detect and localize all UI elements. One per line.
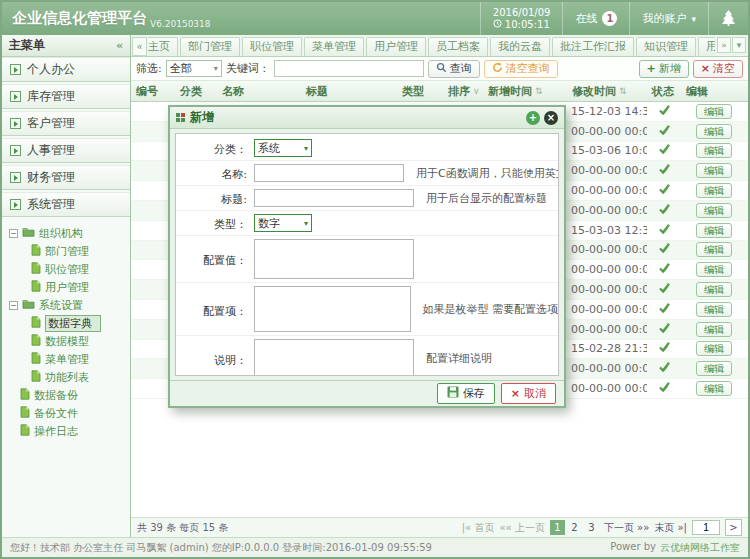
edit-button[interactable]: 编辑	[696, 282, 732, 297]
column-header-类型[interactable]: 类型	[397, 84, 443, 99]
tab-职位管理[interactable]: 职位管理	[242, 37, 302, 56]
tab-菜单管理[interactable]: 菜单管理	[304, 37, 364, 56]
studio-link[interactable]: 云优纳网络工作室	[660, 541, 740, 555]
sidebar-section-库存管理[interactable]: 库存管理	[2, 84, 130, 109]
status-check-icon[interactable]	[658, 302, 671, 317]
status-check-icon[interactable]	[658, 163, 671, 178]
status-check-icon[interactable]	[658, 124, 671, 139]
tree-item-部门管理[interactable]: 部门管理	[9, 242, 130, 260]
sidebar-section-客户管理[interactable]: 客户管理	[2, 111, 130, 136]
edit-button[interactable]: 编辑	[696, 341, 732, 356]
edit-button[interactable]: 编辑	[696, 124, 732, 139]
edit-button[interactable]: 编辑	[696, 381, 732, 396]
prev-page-button[interactable]: «« 上一页	[499, 521, 544, 535]
options-textarea[interactable]	[254, 286, 411, 332]
tab-我的云盘[interactable]: 我的云盘	[490, 37, 550, 56]
last-page-button[interactable]: 末页 »|	[654, 521, 687, 535]
tree-folder-系统设置[interactable]: −系统设置	[9, 296, 130, 314]
name-input[interactable]	[254, 164, 404, 182]
sidebar-section-财务管理[interactable]: 财务管理	[2, 165, 130, 190]
edit-button[interactable]: 编辑	[696, 183, 732, 198]
tree-item-备份文件[interactable]: 备份文件	[9, 404, 130, 422]
column-header-排序[interactable]: 排序∨	[443, 84, 483, 99]
column-header-状态[interactable]: 状态	[647, 84, 681, 99]
tab-menu-icon[interactable]: ▾	[732, 37, 746, 53]
edit-button[interactable]: 编辑	[696, 203, 732, 218]
tree-item-用户管理[interactable]: 用户管理	[9, 278, 130, 296]
page-button-2[interactable]: 2	[567, 520, 582, 535]
column-header-名称[interactable]: 名称	[217, 84, 301, 99]
add-button[interactable]: + 新增	[639, 60, 689, 78]
tree-item-数据模型[interactable]: 数据模型	[9, 332, 130, 350]
edit-button[interactable]: 编辑	[696, 302, 732, 317]
account-menu[interactable]: 我的账户 ▾	[629, 2, 708, 35]
tree-collapse-icon[interactable]: −	[9, 301, 18, 310]
status-check-icon[interactable]	[658, 322, 671, 337]
online-indicator[interactable]: 在线 1	[562, 2, 629, 35]
tab-知识管理[interactable]: 知识管理	[636, 37, 696, 56]
tree-item-操作日志[interactable]: 操作日志	[9, 422, 130, 440]
page-button-1[interactable]: 1	[550, 520, 565, 535]
dialog-close-icon[interactable]: ×	[544, 111, 558, 125]
search-button[interactable]: 查询	[428, 60, 480, 78]
status-check-icon[interactable]	[658, 262, 671, 277]
tree-item-菜单管理[interactable]: 菜单管理	[9, 350, 130, 368]
tree-item-数据备份[interactable]: 数据备份	[9, 386, 130, 404]
status-check-icon[interactable]	[658, 203, 671, 218]
column-header-编辑[interactable]: 编辑	[681, 84, 747, 99]
dialog-titlebar[interactable]: 新增 + ×	[170, 107, 564, 129]
tree-collapse-icon[interactable]: −	[9, 229, 18, 238]
tab-批注工作汇报[interactable]: 批注工作汇报	[552, 37, 634, 56]
column-header-标题[interactable]: 标题	[301, 84, 397, 99]
desc-textarea[interactable]	[254, 339, 414, 376]
status-check-icon[interactable]	[658, 381, 671, 396]
tab-scroll-right-icon[interactable]: »	[717, 37, 731, 53]
first-page-button[interactable]: |« 首页	[462, 521, 495, 535]
clear-button[interactable]: × 清空	[693, 60, 743, 78]
dialog-maximize-icon[interactable]: +	[526, 111, 540, 125]
tree-folder-组织机构[interactable]: −组织机构	[9, 224, 130, 242]
category-select[interactable]: 系统 ▾	[254, 139, 312, 157]
edit-button[interactable]: 编辑	[696, 143, 732, 158]
edit-button[interactable]: 编辑	[696, 223, 732, 238]
tab-我的主页[interactable]: 我的主页	[148, 37, 178, 56]
goto-page-input[interactable]	[692, 520, 720, 535]
type-select[interactable]: 数字 ▾	[254, 214, 312, 232]
column-header-分类[interactable]: 分类	[175, 84, 217, 99]
tree-item-功能列表[interactable]: 功能列表	[9, 368, 130, 386]
status-check-icon[interactable]	[658, 143, 671, 158]
edit-button[interactable]: 编辑	[696, 262, 732, 277]
tab-用户管理[interactable]: 用户管理	[698, 37, 715, 56]
status-check-icon[interactable]	[658, 242, 671, 257]
status-check-icon[interactable]	[658, 104, 671, 119]
status-check-icon[interactable]	[658, 183, 671, 198]
edit-button[interactable]: 编辑	[696, 163, 732, 178]
sidebar-collapse-icon[interactable]: «	[116, 39, 123, 52]
clear-search-button[interactable]: 清空查询	[484, 60, 558, 78]
page-button-3[interactable]: 3	[584, 520, 599, 535]
sort-icon[interactable]: ⇅	[535, 86, 543, 96]
status-check-icon[interactable]	[658, 361, 671, 376]
next-page-button[interactable]: 下一页 »»	[604, 521, 649, 535]
sort-icon[interactable]: ⇅	[619, 86, 627, 96]
save-button[interactable]: 保存	[437, 383, 495, 404]
tab-scroll-left-icon[interactable]: «	[132, 37, 147, 56]
filter-select[interactable]: 全部 ▾	[166, 60, 222, 77]
cancel-button[interactable]: × 取消	[501, 383, 556, 404]
status-check-icon[interactable]	[658, 282, 671, 297]
status-check-icon[interactable]	[658, 341, 671, 356]
sidebar-section-人事管理[interactable]: 人事管理	[2, 138, 130, 163]
tree-item-数据字典[interactable]: 数据字典	[9, 314, 130, 332]
goto-page-button[interactable]: >	[725, 519, 742, 536]
edit-button[interactable]: 编辑	[696, 322, 732, 337]
edit-button[interactable]: 编辑	[696, 104, 732, 119]
edit-button[interactable]: 编辑	[696, 361, 732, 376]
title-input[interactable]	[254, 189, 414, 207]
status-check-icon[interactable]	[658, 223, 671, 238]
theme-button[interactable]	[708, 2, 748, 35]
column-header-修改时间[interactable]: 修改时间⇅	[567, 84, 647, 99]
sidebar-section-个人办公[interactable]: 个人办公	[2, 57, 130, 82]
column-header-新增时间[interactable]: 新增时间⇅	[483, 84, 567, 99]
tree-item-职位管理[interactable]: 职位管理	[9, 260, 130, 278]
sidebar-section-系统管理[interactable]: 系统管理	[2, 192, 130, 217]
